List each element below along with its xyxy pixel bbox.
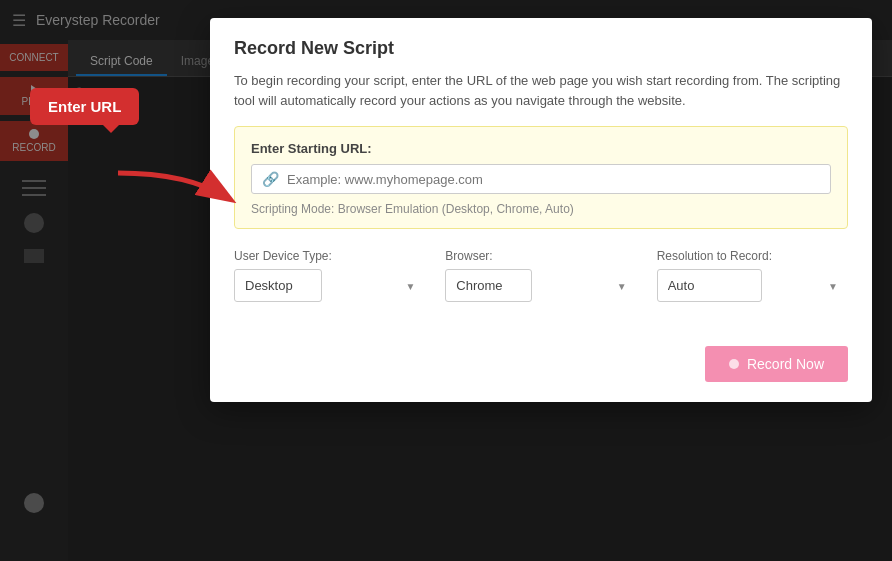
link-icon: 🔗 <box>262 171 279 187</box>
modal-description: To begin recording your script, enter th… <box>234 71 848 110</box>
record-now-dot-icon <box>729 359 739 369</box>
modal-body: To begin recording your script, enter th… <box>210 71 872 338</box>
device-type-wrapper: Desktop Mobile Tablet ▼ <box>234 269 425 302</box>
record-modal: Record New Script To begin recording you… <box>210 18 872 402</box>
browser-arrow-icon: ▼ <box>617 280 627 291</box>
arrow-indicator <box>108 168 238 218</box>
modal-title: Record New Script <box>234 38 848 59</box>
resolution-select[interactable]: Auto 1920x1080 1366x768 1280x720 <box>657 269 762 302</box>
device-type-select[interactable]: Desktop Mobile Tablet <box>234 269 322 302</box>
browser-group: Browser: Chrome Firefox Edge Safari ▼ <box>445 249 636 302</box>
resolution-label: Resolution to Record: <box>657 249 848 263</box>
scripting-mode: Scripting Mode: Browser Emulation (Deskt… <box>251 202 831 216</box>
device-type-label: User Device Type: <box>234 249 425 263</box>
url-input-wrapper: 🔗 <box>251 164 831 194</box>
resolution-arrow-icon: ▼ <box>828 280 838 291</box>
browser-label: Browser: <box>445 249 636 263</box>
browser-select[interactable]: Chrome Firefox Edge Safari <box>445 269 532 302</box>
dropdowns-row: User Device Type: Desktop Mobile Tablet … <box>234 249 848 302</box>
record-now-button[interactable]: Record Now <box>705 346 848 382</box>
device-type-group: User Device Type: Desktop Mobile Tablet … <box>234 249 425 302</box>
resolution-wrapper: Auto 1920x1080 1366x768 1280x720 ▼ <box>657 269 848 302</box>
url-section: Enter Starting URL: 🔗 Scripting Mode: Br… <box>234 126 848 229</box>
device-type-arrow-icon: ▼ <box>405 280 415 291</box>
resolution-group: Resolution to Record: Auto 1920x1080 136… <box>657 249 848 302</box>
browser-wrapper: Chrome Firefox Edge Safari ▼ <box>445 269 636 302</box>
modal-header: Record New Script <box>210 18 872 71</box>
url-label: Enter Starting URL: <box>251 141 831 156</box>
enter-url-tooltip: Enter URL <box>30 88 139 125</box>
url-input[interactable] <box>287 172 820 187</box>
modal-footer: Record Now <box>210 338 872 402</box>
